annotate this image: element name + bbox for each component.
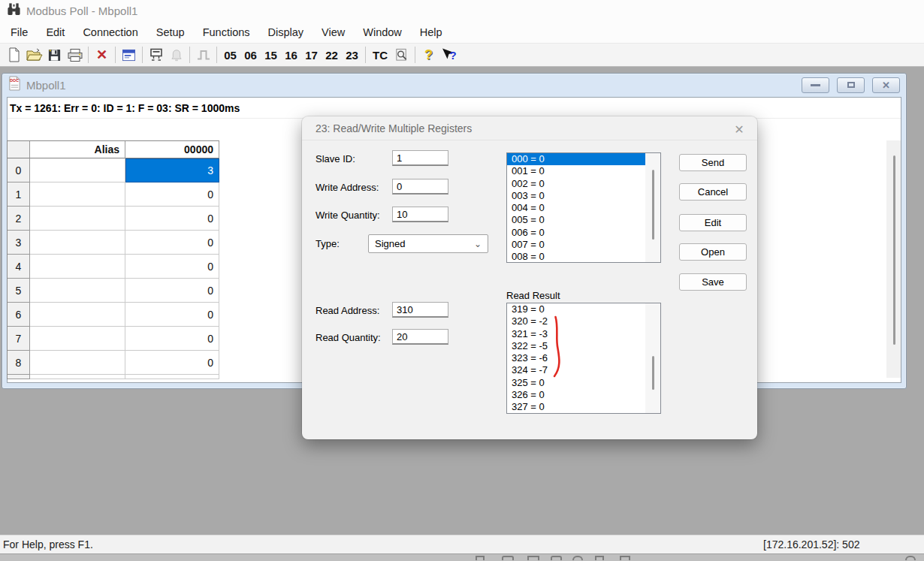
read-quantity-input[interactable]	[392, 329, 448, 345]
menu-item-help[interactable]: Help	[411, 23, 451, 41]
read-address-input[interactable]	[392, 302, 448, 318]
menu-item-display[interactable]: Display	[259, 23, 313, 41]
write-values-listbox[interactable]: 000 = 0001 = 0002 = 0003 = 0004 = 0005 =…	[506, 152, 661, 263]
edit-button[interactable]: Edit	[679, 214, 747, 231]
row-header-cell[interactable]: 1	[8, 182, 30, 207]
open-button[interactable]: Open	[679, 243, 747, 261]
menu-item-setup[interactable]: Setup	[147, 23, 194, 41]
alias-cell[interactable]	[30, 158, 125, 182]
list-item[interactable]: 000 = 0	[507, 153, 645, 165]
list-item[interactable]: 007 = 0	[507, 239, 660, 251]
value-cell[interactable]: 0	[125, 327, 219, 351]
row-header-cell[interactable]: 8	[8, 351, 30, 375]
value-cell[interactable]: 0	[125, 351, 219, 375]
value-cell[interactable]: 0	[125, 255, 219, 279]
scrollbar-thumb[interactable]	[652, 170, 654, 240]
menu-item-functions[interactable]: Functions	[194, 23, 259, 41]
function-05-button[interactable]: 05	[220, 49, 240, 62]
function-23-button[interactable]: 23	[342, 49, 362, 62]
dialog-title-bar[interactable]: 23: Read/Write Multiple Registers ✕	[302, 116, 757, 140]
menu-item-view[interactable]: View	[313, 23, 354, 41]
menu-item-connection[interactable]: Connection	[74, 23, 146, 41]
mbpoll1-title-bar[interactable]: DOC Mbpoll1 ✕	[2, 74, 906, 96]
listbox-scrollbar[interactable]	[645, 303, 660, 413]
function-16-button[interactable]: 16	[281, 49, 301, 62]
address-column-header[interactable]: 00000	[125, 141, 219, 158]
slave-id-input[interactable]	[392, 150, 448, 166]
list-item[interactable]: 006 = 0	[507, 227, 660, 239]
value-cell[interactable]: 3	[125, 158, 219, 182]
scrollbar-thumb[interactable]	[652, 356, 654, 390]
alias-cell[interactable]	[30, 207, 125, 231]
alias-cell[interactable]	[30, 351, 125, 375]
row-header-cell[interactable]: 7	[8, 327, 30, 351]
alias-cell[interactable]	[30, 303, 125, 327]
print-button[interactable]	[65, 45, 85, 65]
listbox-scrollbar[interactable]	[645, 153, 660, 262]
function-17-button[interactable]: 17	[301, 49, 322, 62]
send-button[interactable]: Send	[679, 154, 747, 171]
read-result-listbox[interactable]: 319 = 0320 = -2321 = -3322 = -5323 = -63…	[506, 303, 661, 414]
poll-definition-button[interactable]	[146, 45, 166, 65]
communication-traffic-button[interactable]	[391, 45, 412, 65]
help-button[interactable]: ?	[418, 45, 439, 65]
cancel-button[interactable]: Cancel	[679, 183, 747, 201]
alias-column-header[interactable]: Alias	[30, 141, 125, 158]
row-header-cell[interactable]: 5	[8, 279, 30, 303]
list-item[interactable]: 326 = 0	[507, 389, 660, 401]
list-item[interactable]: 005 = 0	[507, 214, 660, 226]
list-item[interactable]: 327 = 0	[507, 401, 660, 413]
disconnect-button[interactable]: ✕	[92, 45, 112, 65]
scrollbar-thumb[interactable]	[893, 155, 895, 345]
vertical-scrollbar[interactable]	[886, 140, 901, 378]
list-item[interactable]: 319 = 0	[507, 303, 660, 315]
list-item[interactable]: 001 = 0	[507, 165, 660, 177]
close-button[interactable]: ✕	[872, 77, 900, 93]
context-help-button[interactable]: ?	[439, 45, 459, 65]
list-item[interactable]: 320 = -2	[507, 315, 660, 327]
row-header-cell[interactable]: 6	[8, 303, 30, 327]
function-code-buttons: 05061516172223	[220, 49, 362, 62]
row-header-cell[interactable]: 2	[8, 207, 30, 231]
menu-item-file[interactable]: File	[2, 23, 37, 41]
list-item[interactable]: 321 = -3	[507, 328, 660, 340]
value-cell[interactable]: 0	[125, 182, 219, 207]
function-15-button[interactable]: 15	[261, 49, 281, 62]
row-header-cell[interactable]: 3	[8, 231, 30, 255]
type-dropdown[interactable]: Signed ⌄	[368, 234, 488, 253]
list-item[interactable]: 004 = 0	[507, 202, 660, 214]
function-06-button[interactable]: 06	[240, 49, 261, 62]
save-button[interactable]	[44, 45, 65, 65]
open-file-button[interactable]	[24, 45, 44, 65]
setup-window-button[interactable]	[119, 45, 139, 65]
minimize-button[interactable]	[802, 77, 829, 93]
test-center-button[interactable]: TC	[369, 49, 391, 62]
list-item[interactable]: 325 = 0	[507, 377, 660, 389]
value-cell[interactable]: 0	[125, 279, 219, 303]
value-cell[interactable]: 0	[125, 207, 219, 231]
list-item[interactable]: 003 = 0	[507, 190, 660, 202]
write-address-input[interactable]	[392, 179, 448, 195]
row-header-cell[interactable]: 4	[8, 255, 30, 279]
list-item[interactable]: 322 = -5	[507, 340, 660, 352]
list-item[interactable]: 323 = -6	[507, 352, 660, 364]
alias-cell[interactable]	[30, 327, 125, 351]
write-quantity-input[interactable]	[392, 207, 448, 222]
menu-item-edit[interactable]: Edit	[37, 23, 74, 41]
alias-cell[interactable]	[30, 182, 125, 207]
alias-cell[interactable]	[30, 231, 125, 255]
save-button[interactable]: Save	[679, 273, 747, 291]
function-22-button[interactable]: 22	[322, 49, 342, 62]
restore-button[interactable]	[837, 77, 865, 93]
list-item[interactable]: 002 = 0	[507, 178, 660, 190]
alias-cell[interactable]	[30, 279, 125, 303]
dialog-close-button[interactable]: ✕	[729, 120, 750, 138]
list-item[interactable]: 008 = 0	[507, 251, 660, 263]
value-cell[interactable]: 0	[125, 231, 219, 255]
new-file-button[interactable]	[4, 45, 24, 65]
row-header-cell[interactable]: 0	[8, 158, 30, 182]
alias-cell[interactable]	[30, 255, 125, 279]
value-cell[interactable]: 0	[125, 303, 219, 327]
list-item[interactable]: 324 = -7	[507, 364, 660, 376]
menu-item-window[interactable]: Window	[354, 23, 411, 41]
